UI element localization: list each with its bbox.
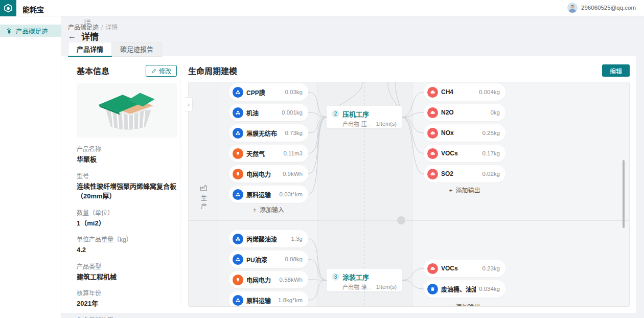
field-accounting-year: 核算年份 2021年 [77, 288, 177, 309]
energy-icon [233, 169, 243, 179]
app-logo [0, 0, 16, 16]
energy-icon [233, 148, 243, 159]
output-node[interactable]: CH4 0.004kg [424, 83, 505, 101]
logo-icon [3, 3, 14, 14]
energy-icon [233, 275, 243, 285]
add-output-button[interactable]: +添加输出 [424, 302, 505, 307]
output-node[interactable]: N2O 0kg [424, 104, 505, 121]
title-row: ← 详情 [68, 30, 99, 42]
app-name: 能耗宝 [22, 4, 44, 14]
field-unit-weight: 单位产品重量（kg） 4.2 [77, 235, 177, 255]
output-node[interactable]: VOCs 0.23kg [424, 260, 505, 277]
material-icon [233, 128, 243, 139]
process-index-badge: 2 [332, 110, 339, 118]
output-node[interactable]: 废油桶、油漆渣 0.034kg [424, 280, 505, 298]
material-icon [233, 107, 243, 118]
input-node[interactable]: CPP膜 0.03kg [229, 83, 308, 101]
breadcrumb-separator: / [101, 24, 103, 31]
input-node[interactable]: 机油 0.001kg [229, 104, 308, 121]
user-area[interactable]: 296060525@qq.com [567, 3, 636, 13]
factory-icon [199, 184, 208, 192]
user-email: 296060525@qq.com [581, 5, 636, 11]
emission-icon [427, 263, 438, 274]
flow-connector-dot [397, 216, 405, 224]
sidebar: 产品碳足迹 [0, 16, 61, 318]
tab-product-detail[interactable]: 产品详情 [68, 42, 112, 57]
field-quantity: 数量（单位） 1（mi2） [77, 208, 177, 229]
plus-icon: + [449, 304, 452, 307]
lifecycle-title: 生命周期建模 [188, 64, 237, 77]
product-image [77, 83, 177, 138]
material-icon [233, 189, 243, 200]
input-node[interactable]: 淋膜无纺布 0.73kg [229, 124, 308, 142]
canvas-scrollbar[interactable] [623, 160, 625, 228]
field-lifecycle-boundary: 生命周期边界 从摇篮到大门 从资源开采到产品出厂 [77, 315, 177, 318]
emission-icon [427, 128, 438, 139]
plus-icon: + [449, 187, 452, 194]
input-node[interactable]: 原料运输 1.8kg*km [229, 291, 308, 307]
modify-button[interactable]: 修改 [146, 65, 177, 77]
chevron-right-icon: › [188, 101, 190, 107]
process-node-press[interactable]: 2 压机工序 产出物-压... 1Item(s) [327, 106, 402, 128]
output-node[interactable]: SO2 0.02kg [424, 165, 505, 183]
sidebar-item-product-carbon-footprint[interactable]: 产品碳足迹 [0, 25, 61, 37]
tab-bar: 产品详情 碳足迹报告 [68, 42, 162, 57]
field-product-type: 产品类型 建筑工程机械 [77, 262, 177, 282]
input-node[interactable]: 电网电力 0.58kWh [229, 271, 308, 288]
emission-icon [427, 148, 438, 159]
page-title: 详情 [81, 30, 99, 42]
output-node[interactable]: NOx 0.25kg [424, 124, 505, 142]
footprint-icon [6, 28, 13, 34]
field-model: 型号 连续性玻纤增强聚丙烯蜂窝复合板（20mm厚） [77, 171, 177, 201]
sidebar-item-label: 产品碳足迹 [16, 26, 48, 36]
composite-board-illustration [83, 86, 170, 135]
input-node[interactable]: 电网电力 0.9kWh [229, 165, 308, 183]
material-icon [233, 254, 243, 265]
material-icon [233, 234, 243, 244]
emission-icon [427, 169, 438, 179]
panel-divider [180, 67, 180, 303]
expand-panel-tab[interactable]: › [185, 97, 193, 111]
tab-footprint-report[interactable]: 碳足迹报告 [112, 42, 162, 57]
input-node[interactable]: 原料运输 0.03t*km [229, 186, 308, 203]
process-node-coating[interactable]: 3 涂装工序 产出物-涂... 1Item(s) [327, 269, 402, 291]
input-node[interactable]: 天然气 0.11m3 [229, 145, 308, 162]
output-node[interactable]: VOCs 0.17kg [424, 145, 505, 162]
back-arrow-icon[interactable]: ← [68, 32, 76, 40]
add-output-button[interactable]: +添加输出 [424, 186, 505, 194]
basic-info-panel: 基本信息 修改 产品名称 华聚板 型号 连续性玻纤增强聚丙烯蜂窝复合板（20mm… [77, 64, 177, 318]
plus-icon: + [253, 207, 257, 214]
waste-icon [427, 284, 438, 294]
stage-label-production: 生产 [196, 184, 211, 211]
add-input-button[interactable]: +添加输入 [229, 205, 308, 214]
lifecycle-canvas[interactable]: 生产 CPP膜 0.03kg 机油 0.001kg 淋膜无纺布 0.73kg 天… [188, 82, 630, 307]
app-header: 能耗宝 296060525@qq.com [0, 0, 644, 16]
breadcrumb-current: 详情 [105, 24, 118, 31]
emission-icon [427, 107, 438, 118]
input-node[interactable]: 丙烯酸油漆 1.3g [229, 230, 308, 247]
material-icon [233, 87, 243, 98]
emission-icon [427, 87, 438, 98]
edit-button[interactable]: 编辑 [602, 64, 630, 77]
avatar [567, 3, 578, 13]
edit-pencil-icon [151, 68, 157, 74]
sidebar-collapse-icon[interactable] [84, 18, 91, 25]
input-node[interactable]: PU油漆 0.08kg [229, 251, 308, 268]
basic-info-title: 基本信息 [77, 64, 109, 77]
process-index-badge: 3 [332, 273, 339, 281]
field-product-name: 产品名称 华聚板 [77, 144, 177, 165]
material-icon [233, 295, 243, 306]
